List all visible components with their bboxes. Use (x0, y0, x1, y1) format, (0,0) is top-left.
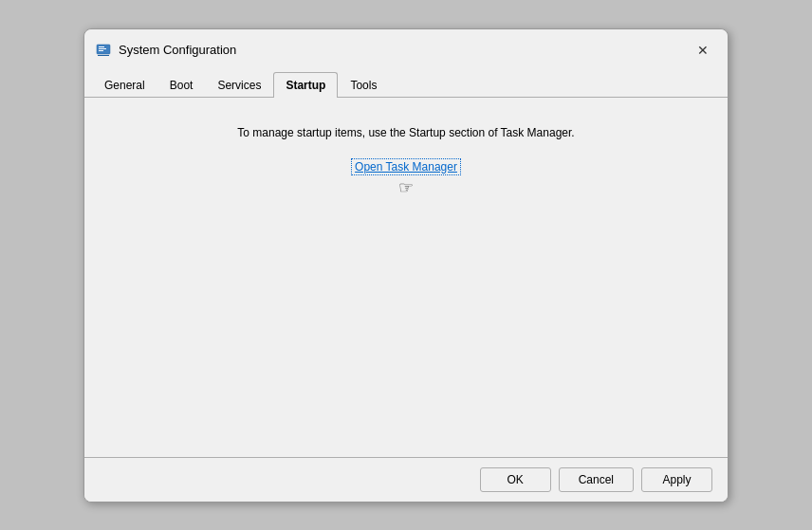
link-container: Open Task Manager ☞ (351, 158, 461, 196)
tab-tools[interactable]: Tools (338, 72, 389, 98)
tab-services[interactable]: Services (205, 72, 273, 98)
svg-rect-1 (99, 46, 104, 47)
ok-button[interactable]: OK (480, 467, 551, 492)
title-bar: System Configuration ✕ (84, 29, 728, 71)
button-bar: OK Cancel Apply (84, 457, 728, 502)
content-area: To manage startup items, use the Startup… (84, 98, 728, 457)
system-configuration-window: System Configuration ✕ General Boot Serv… (83, 28, 729, 503)
tab-boot[interactable]: Boot (157, 72, 206, 98)
tab-startup[interactable]: Startup (273, 72, 338, 98)
close-button[interactable]: ✕ (690, 37, 716, 64)
title-left: System Configuration (96, 43, 236, 58)
tab-general[interactable]: General (92, 72, 157, 98)
svg-rect-4 (98, 55, 109, 56)
open-task-manager-link[interactable]: Open Task Manager (351, 158, 461, 175)
window-title: System Configuration (119, 43, 236, 57)
cancel-button[interactable]: Cancel (559, 467, 634, 492)
apply-button[interactable]: Apply (641, 467, 712, 492)
svg-rect-3 (99, 50, 103, 51)
tab-bar: General Boot Services Startup Tools (84, 71, 728, 98)
gear-icon (96, 43, 111, 58)
cursor-icon: ☞ (398, 179, 414, 196)
svg-rect-2 (99, 48, 106, 49)
info-text: To manage startup items, use the Startup… (237, 126, 574, 139)
